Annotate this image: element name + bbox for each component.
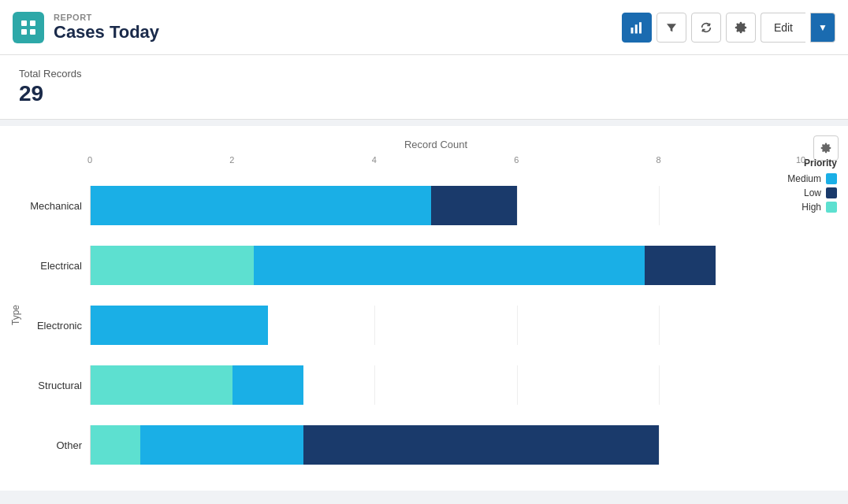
- chart-x-title: Record Count: [71, 139, 801, 150]
- svg-rect-3: [30, 29, 35, 35]
- grid-line: [517, 306, 518, 345]
- svg-rect-1: [30, 20, 35, 26]
- grid-line: [517, 186, 518, 225]
- page-title: Cases Today: [54, 22, 159, 43]
- edit-dropdown-button[interactable]: ▼: [810, 13, 835, 43]
- svg-rect-5: [635, 24, 638, 33]
- x-tick-2: 2: [229, 155, 234, 165]
- total-records-count: 29: [19, 81, 829, 106]
- chart-section: Priority Medium Low High Record Count Ty…: [0, 126, 848, 491]
- grid-line: [659, 365, 660, 405]
- chart-button[interactable]: [622, 13, 652, 43]
- bar-segment-low: [645, 246, 716, 285]
- legend-label-high: High: [802, 202, 821, 213]
- legend-swatch-low: [826, 187, 837, 198]
- bar-container-electrical: [90, 246, 801, 285]
- chart-y-axis-label: Type: [8, 155, 24, 475]
- bar-segment-medium: [91, 186, 431, 225]
- legend-label-medium: Medium: [787, 173, 821, 184]
- bar-container-other: [90, 425, 801, 465]
- bar-segment-medium: [254, 246, 645, 285]
- bar-row: Electronic: [27, 295, 801, 355]
- summary-section: Total Records 29: [0, 55, 848, 120]
- bar-label-electrical: Electrical: [27, 260, 90, 272]
- header: REPORT Cases Today: [0, 0, 848, 55]
- chart-content: 0246810MechanicalElectricalElectronicStr…: [27, 155, 801, 475]
- dropdown-arrow-icon: ▼: [818, 22, 828, 33]
- grid-line: [517, 365, 518, 405]
- bar-segment-high: [91, 246, 254, 285]
- svg-rect-4: [630, 28, 633, 34]
- bar-segment-high: [91, 425, 140, 465]
- bar-row: Structural: [27, 355, 801, 415]
- bar-segment-medium: [140, 425, 303, 465]
- bar-container-electronic: [90, 306, 801, 345]
- bar-segment-medium: [91, 306, 268, 345]
- report-label: REPORT: [54, 13, 159, 22]
- legend-swatch-high: [826, 202, 837, 213]
- bar-row: Mechanical: [27, 176, 801, 235]
- bar-segment-high: [91, 365, 232, 405]
- bar-container-structural: [90, 365, 801, 405]
- bar-segment-low: [303, 425, 659, 465]
- title-block: REPORT Cases Today: [54, 13, 159, 43]
- x-tick-0: 0: [87, 155, 92, 165]
- filter-button[interactable]: [656, 13, 686, 43]
- bar-row: Electrical: [27, 235, 801, 295]
- chart-area: Record Count Type 0246810MechanicalElect…: [8, 139, 848, 475]
- bar-segment-low: [431, 186, 516, 225]
- bar-segment-medium: [232, 365, 303, 405]
- grid-line: [659, 306, 660, 345]
- grid-line: [659, 186, 660, 225]
- svg-rect-6: [639, 22, 642, 33]
- bar-container-mechanical: [90, 186, 801, 225]
- grid-line: [659, 425, 660, 465]
- bar-label-electronic: Electronic: [27, 320, 90, 332]
- chart-inner: Type 0246810MechanicalElectricalElectron…: [8, 155, 801, 475]
- refresh-button[interactable]: [691, 13, 721, 43]
- svg-rect-2: [21, 29, 27, 35]
- svg-rect-0: [21, 20, 27, 26]
- x-tick-8: 8: [656, 155, 661, 165]
- edit-button[interactable]: Edit: [761, 13, 805, 43]
- legend-label-low: Low: [804, 187, 821, 198]
- grid-line: [374, 365, 375, 405]
- legend-item-medium: Medium: [787, 173, 837, 184]
- grid-line: [374, 306, 375, 345]
- bar-label-structural: Structural: [27, 380, 90, 391]
- x-tick-4: 4: [372, 155, 377, 165]
- header-left: REPORT Cases Today: [13, 12, 159, 43]
- bar-row: Other: [27, 415, 801, 475]
- x-tick-10: 10: [796, 155, 805, 165]
- x-tick-6: 6: [514, 155, 519, 165]
- bar-label-other: Other: [27, 439, 90, 451]
- bar-label-mechanical: Mechanical: [27, 200, 90, 212]
- header-actions: Edit ▼: [622, 13, 835, 43]
- legend-swatch-medium: [826, 173, 837, 184]
- app-icon: [13, 12, 44, 43]
- total-records-label: Total Records: [19, 68, 829, 80]
- settings-button[interactable]: [726, 13, 756, 43]
- bars-area: MechanicalElectricalElectronicStructural…: [27, 176, 801, 475]
- x-axis-ticks: 0246810: [90, 155, 801, 172]
